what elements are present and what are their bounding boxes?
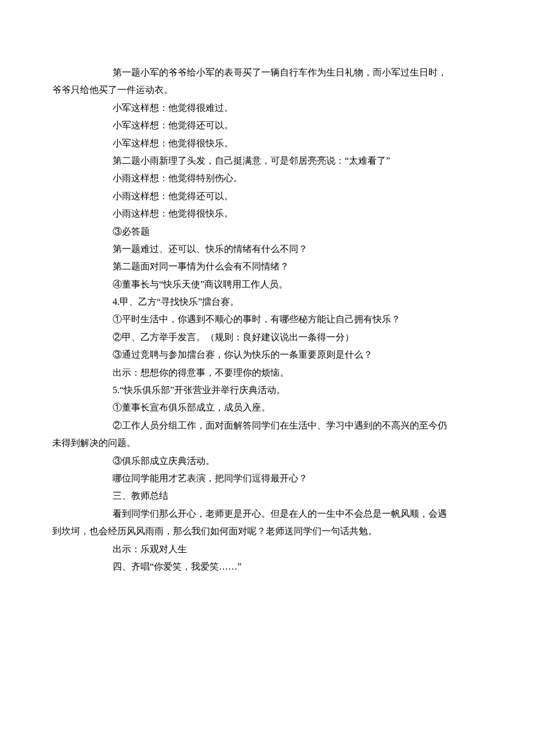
body-line: 爷爷只给他买了一件运动衣。 xyxy=(52,81,482,99)
body-line: 三、教师总结 xyxy=(52,487,482,505)
body-line: ③必答题 xyxy=(52,223,482,240)
body-line: 小雨这样想：他觉得特别伤心。 xyxy=(52,170,482,187)
body-line: 第一题难过、还可以、快乐的情绪有什么不同？ xyxy=(52,240,482,258)
body-line: 看到同学们那么开心，老师更是开心。但是在人的一生中不会总是一帆风顺，会遇 xyxy=(52,505,482,523)
body-line: 小雨这样想：他觉得很快乐。 xyxy=(52,205,482,222)
body-line: 四、齐唱“你爱笑，我爱笑……” xyxy=(52,558,482,575)
body-line: 5.“快乐俱乐部”开张营业并举行庆典活动。 xyxy=(52,381,482,399)
body-line: 第一题小军的爷爷给小军的表哥买了一辆自行车作为生日礼物，而小军过生日时， xyxy=(52,64,482,81)
body-line: 第二题小雨新理了头发，自己挺满意，可是邻居亮亮说：“太难看了” xyxy=(52,152,482,170)
body-line: ①平时生活中，你遇到不顺心的事时，有哪些秘方能让自己拥有快乐？ xyxy=(52,311,482,328)
body-line: 未得到解决的问题。 xyxy=(52,434,482,452)
body-line: ②工作人员分组工作，面对面解答同学们在生活中、学习中遇到的不高兴的至今仍 xyxy=(52,417,482,434)
body-line: ②甲、乙方举手发言。（规则：良好建议说出一条得一分） xyxy=(52,329,482,346)
body-line: 小军这样想：他觉得很快乐。 xyxy=(52,135,482,152)
body-line: ④董事长与“快乐天使”商议聘用工作人员。 xyxy=(52,276,482,293)
document-page: 第一题小军的爷爷给小军的表哥买了一辆自行车作为生日礼物，而小军过生日时， 爷爷只… xyxy=(0,0,534,756)
body-line: 小雨这样想：他觉得还可以。 xyxy=(52,188,482,205)
body-line: 第二题面对同一事情为什么会有不同情绪？ xyxy=(52,258,482,275)
body-line: ③俱乐部成立庆典活动。 xyxy=(52,452,482,470)
body-line: 出示：乐观对人生 xyxy=(52,541,482,558)
body-line: ①董事长宣布俱乐部成立，成员入座。 xyxy=(52,399,482,416)
body-line: 到坎坷，也会经历风风雨雨，那么我们如何面对呢？老师送同学们一句话共勉。 xyxy=(52,523,482,540)
body-line: 出示：想想你的得意事，不要理你的烦恼。 xyxy=(52,364,482,381)
body-line: 哪位同学能用才艺表演，把同学们逗得最开心？ xyxy=(52,470,482,487)
body-line: 小军这样想：他觉得还可以。 xyxy=(52,117,482,134)
body-line: 小军这样想：他觉得很难过。 xyxy=(52,99,482,117)
body-line: ③通过竞聘与参加擂台赛，你认为快乐的一条重要原则是什么？ xyxy=(52,346,482,363)
body-line: 4.甲、乙方“寻找快乐”擂台赛。 xyxy=(52,293,482,311)
